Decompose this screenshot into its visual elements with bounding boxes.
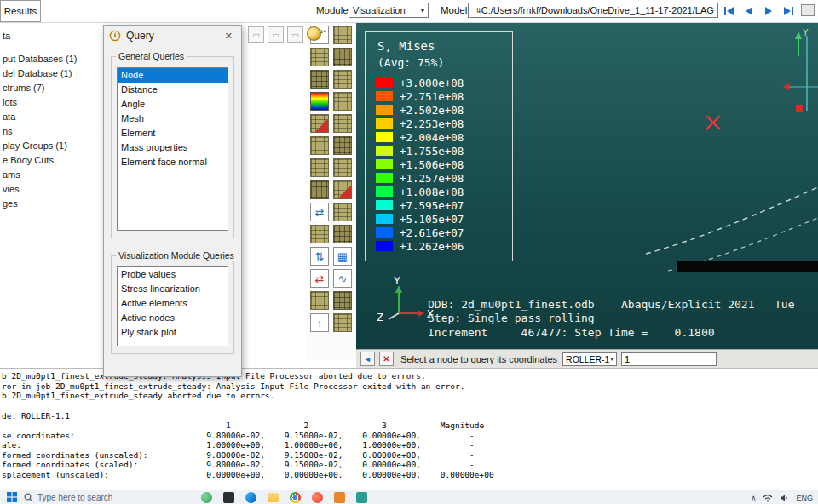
edge-arrow-icon — [783, 83, 789, 90]
query-item-element-face-normal[interactable]: Element face normal — [118, 155, 228, 169]
mesh-edges-icon[interactable] — [333, 48, 352, 66]
superimpose-plot-icon[interactable] — [333, 114, 352, 133]
taskbar-app-icon-office[interactable] — [334, 492, 345, 503]
free-body-cut-icon[interactable]: ⇄ — [310, 269, 329, 288]
increment-annotation: Increment 467477: Step Time = 0.1800 — [428, 326, 715, 339]
query-item-mesh[interactable]: Mesh — [118, 112, 228, 126]
query-node-icon[interactable]: ↑ — [310, 313, 329, 332]
field-output-icon[interactable] — [333, 158, 352, 177]
tree-root-label: ta — [0, 29, 101, 43]
plot-undeformed-icon[interactable] — [333, 26, 352, 44]
toolbar-view-icon-1[interactable]: ▭ — [248, 26, 264, 43]
console-table-row: se coordinates: 9.80000e-02, 9.15000e-02… — [2, 431, 818, 441]
tree-item-annotations[interactable]: ns — [0, 124, 101, 139]
query-item-stress-linearization[interactable]: Stress linearization — [118, 282, 228, 296]
tree-item-spectrums[interactable]: ctrums (7) — [0, 81, 101, 95]
abaqus-window: Results Module: Visualization ▾ Model: ⇅… — [0, 0, 818, 504]
toolbar-view-icon-3[interactable]: ▭ — [287, 26, 303, 43]
query-item-mass-properties[interactable]: Mass properties — [118, 140, 228, 155]
model-combobox[interactable]: ⇅ C:/Users/frnkf/Downloads/OneDrive_1_11… — [468, 3, 718, 18]
query-item-element[interactable]: Element — [118, 126, 228, 140]
query-item-distance[interactable]: Distance — [118, 83, 228, 97]
tree-item-xydata[interactable]: ata — [0, 110, 101, 124]
search-icon[interactable] — [24, 493, 33, 502]
tree-item-xyplots[interactable]: lots — [0, 95, 101, 110]
taskbar-app-icon-file-explorer[interactable] — [268, 493, 279, 502]
contour-options-icon[interactable] — [333, 136, 352, 155]
message-area[interactable]: b 2D_mu0pt1_finest_extrude_steady: Analy… — [0, 368, 818, 490]
contour-plot-icon[interactable] — [310, 92, 329, 111]
activate-cut-icon[interactable] — [333, 180, 352, 199]
instance-combobox[interactable]: ROLLER-1 ▾ — [562, 352, 617, 366]
taskbar-app-icon-edge[interactable] — [245, 492, 256, 503]
shaded-plot-icon[interactable] — [310, 70, 329, 89]
volume-icon[interactable] — [780, 494, 789, 502]
probe-values-icon[interactable]: ⇅ — [310, 247, 329, 266]
viewport[interactable]: S, Mises (Avg: 75%) +3.000e+08 +2.751e+0… — [356, 22, 818, 349]
chevron-updown-icon: ⇅ — [475, 7, 481, 14]
query-dialog-titlebar[interactable]: Query ✕ — [104, 26, 241, 46]
node-marker-square — [796, 105, 803, 112]
general-queries-list[interactable]: Node Distance Angle Mesh Element Mass pr… — [117, 67, 228, 231]
module-combobox[interactable]: Visualization ▾ — [349, 3, 429, 18]
animate-scale-factor-icon[interactable] — [310, 225, 329, 243]
play-animation-button[interactable] — [760, 3, 777, 18]
xy-plot-icon[interactable]: ∿ — [333, 269, 352, 288]
taskbar-app-icon-chrome[interactable] — [290, 492, 301, 503]
material-orientation-icon[interactable] — [310, 136, 329, 155]
query-item-active-elements[interactable]: Active elements — [118, 296, 228, 311]
tree-item-display-groups[interactable]: play Groups (1) — [0, 139, 101, 153]
prompt-message: Select a node to query its coordinates — [400, 354, 557, 364]
top-toolbar: Results Module: Visualization ▾ Model: ⇅… — [0, 0, 818, 23]
tree-item-free-body-cuts[interactable]: e Body Cuts — [0, 153, 101, 168]
tree-item-streams[interactable]: ams — [0, 168, 101, 182]
console-table-row: formed coordinates (scaled): 9.80000e-02… — [2, 460, 818, 470]
common-options-icon[interactable] — [333, 92, 352, 111]
tree-item-output-databases[interactable]: put Databases (1) — [0, 52, 101, 66]
view-cut-manager-icon[interactable] — [333, 313, 352, 332]
path-plot-icon[interactable] — [310, 291, 329, 310]
tray-chevron-icon[interactable]: ∧ — [751, 494, 757, 502]
stress-linearization-icon[interactable] — [333, 291, 352, 310]
tree-item-images[interactable]: ges — [0, 197, 101, 211]
network-icon[interactable] — [763, 494, 773, 502]
symbol-plot-icon[interactable] — [310, 114, 329, 133]
query-item-active-nodes[interactable]: Active nodes — [118, 311, 228, 325]
language-indicator[interactable]: ENG — [796, 494, 813, 502]
viz-queries-list[interactable]: Probe values Stress linearization Active… — [117, 266, 228, 346]
chevron-down-icon: ▾ — [611, 356, 614, 363]
plot-deformed-icon[interactable] — [310, 48, 329, 66]
query-compass-icon — [109, 30, 121, 42]
allow-multiple-plots-icon[interactable] — [333, 203, 352, 221]
query-item-angle[interactable]: Angle — [118, 97, 228, 112]
query-item-node[interactable]: Node — [118, 68, 228, 83]
query-item-probe-values[interactable]: Probe values — [118, 267, 228, 282]
start-button-icon[interactable] — [7, 492, 17, 502]
swap-views-icon[interactable]: ⇄ — [310, 203, 329, 221]
result-options-icon[interactable] — [310, 158, 329, 177]
tab-results[interactable]: Results — [0, 0, 41, 22]
taskbar-app-icon-browser[interactable] — [312, 492, 323, 503]
toolbar-view-icon-2[interactable]: ▭ — [268, 26, 284, 43]
color-code-icon[interactable] — [307, 26, 321, 41]
close-icon[interactable]: ✕ — [222, 29, 236, 43]
viewport-window-icon[interactable] — [801, 4, 815, 16]
taskbar-app-icon-abaqus[interactable] — [356, 492, 367, 503]
prompt-cancel-button[interactable]: ✕ — [379, 352, 394, 366]
create-xy-data-icon[interactable]: ▦ — [333, 247, 352, 266]
prompt-back-button[interactable]: ◄ — [360, 352, 375, 366]
taskbar-app-icon-terminal[interactable] — [223, 492, 234, 503]
plate-geometry — [677, 261, 818, 272]
tree-item-movies[interactable]: vies — [0, 182, 101, 197]
node-id-input[interactable] — [621, 352, 717, 366]
first-frame-button[interactable] — [721, 3, 738, 18]
last-frame-button[interactable] — [780, 3, 797, 18]
tree-item-model-database[interactable]: del Database (1) — [0, 66, 101, 81]
taskbar-app-icon-weather[interactable] — [201, 492, 212, 503]
wireframe-plot-icon[interactable] — [333, 70, 352, 89]
taskbar-search-text[interactable]: Type here to search — [37, 493, 112, 502]
previous-frame-button[interactable] — [740, 3, 758, 18]
animate-history-icon[interactable] — [333, 225, 352, 243]
section-cut-icon[interactable] — [310, 180, 329, 199]
query-item-ply-stack-plot[interactable]: Ply stack plot — [118, 325, 228, 340]
